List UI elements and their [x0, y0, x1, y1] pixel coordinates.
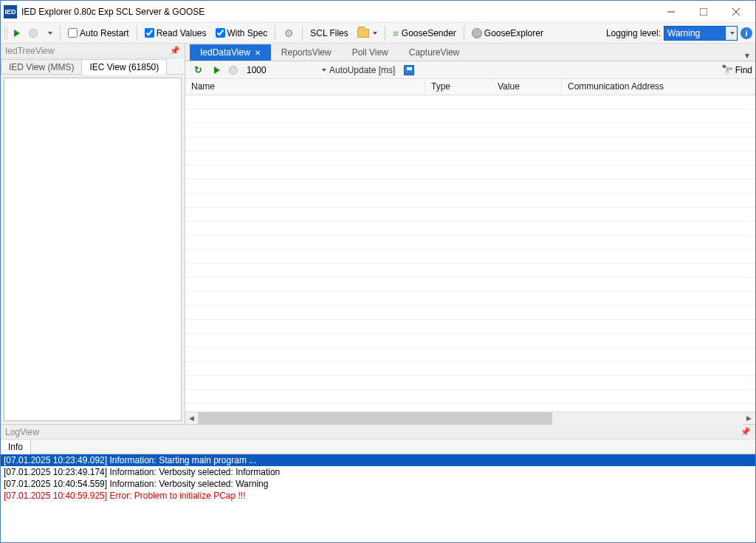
- document-tabs: IedDataView ✕ ReportsView Poll View Capt…: [185, 44, 755, 61]
- svg-rect-1: [700, 8, 707, 16]
- tree-pane: IedTreeView 📌 IED View (MMS) IEC View (6…: [1, 44, 185, 424]
- tab-capture-view[interactable]: CaptureView: [399, 44, 470, 61]
- chevron-down-icon[interactable]: [322, 69, 326, 72]
- tab-reports-view[interactable]: ReportsView: [271, 44, 342, 61]
- scroll-track[interactable]: [198, 412, 743, 425]
- read-values-checkbox[interactable]: Read Values: [142, 27, 210, 40]
- wifi-icon: ⟡: [389, 26, 402, 39]
- grid-row: [185, 362, 755, 376]
- tab-ied-view-mms[interactable]: IED View (MMS): [1, 59, 82, 75]
- grid-row: [185, 109, 755, 123]
- goose-sender-button[interactable]: ⟡ GooseSender: [390, 25, 459, 41]
- tab-ied-data-view[interactable]: IedDataView ✕: [190, 44, 271, 61]
- tab-poll-view[interactable]: Poll View: [342, 44, 399, 61]
- tab-info[interactable]: Info: [1, 440, 31, 454]
- scl-files-label: SCL Files: [307, 27, 351, 40]
- minimize-button[interactable]: [655, 1, 687, 22]
- scroll-right-button[interactable]: ▶: [743, 412, 755, 425]
- grid-row: [185, 137, 755, 151]
- window-title: IED Explorer 0.80c Exp SCL Server & GOOS…: [21, 7, 655, 17]
- grid-row: [185, 151, 755, 165]
- refresh-button[interactable]: ↻: [191, 63, 205, 77]
- run-dropdown[interactable]: [44, 30, 55, 36]
- folder-icon: [357, 29, 369, 38]
- logging-level-combo[interactable]: Warning: [664, 26, 738, 41]
- upper-area: IedTreeView 📌 IED View (MMS) IEC View (6…: [1, 44, 755, 424]
- chevron-down-icon: [48, 32, 52, 35]
- grid-body[interactable]: [185, 95, 755, 411]
- col-type[interactable]: Type: [425, 79, 492, 95]
- toolbar-grip[interactable]: [4, 27, 8, 40]
- grid-row: [185, 306, 755, 320]
- separator: [137, 26, 137, 41]
- grid-header: Name Type Value Communication Address: [185, 79, 755, 95]
- client-area: IedTreeView 📌 IED View (MMS) IEC View (6…: [1, 44, 755, 542]
- scroll-thumb[interactable]: [198, 412, 552, 425]
- minimize-icon: [667, 8, 675, 16]
- log-line[interactable]: [07.01.2025 10:40:59.925] Error: Problem…: [1, 490, 755, 502]
- log-line[interactable]: [07.01.2025 10:23:49.092] Information: S…: [1, 454, 755, 466]
- grid-row: [185, 123, 755, 137]
- with-spec-input[interactable]: [216, 28, 225, 38]
- tab-iec-view-61850[interactable]: IEC View (61850): [81, 59, 167, 75]
- tabs-overflow-button[interactable]: ▾: [739, 50, 755, 61]
- col-name[interactable]: Name: [185, 79, 425, 95]
- main-toolbar: Auto Restart Read Values With Spec ⚙ SCL…: [1, 23, 755, 44]
- gear-icon: ⚙: [283, 27, 295, 39]
- find-button[interactable]: 🔭 Find: [721, 64, 752, 75]
- log-list[interactable]: [07.01.2025 10:23:49.092] Information: S…: [1, 454, 755, 542]
- read-values-label: Read Values: [157, 28, 207, 38]
- horizontal-scrollbar[interactable]: ◀ ▶: [185, 411, 755, 424]
- auto-restart-label: Auto Restart: [80, 28, 129, 38]
- app-icon: IED: [4, 5, 17, 18]
- record-button[interactable]: [226, 64, 241, 76]
- grid-row: [185, 376, 755, 390]
- info-button[interactable]: i: [740, 27, 752, 39]
- save-icon: [404, 65, 414, 75]
- close-icon[interactable]: ✕: [255, 49, 261, 57]
- maximize-button[interactable]: [687, 1, 720, 22]
- grid-row: [185, 194, 755, 208]
- separator: [60, 26, 61, 41]
- circle-icon: [229, 66, 238, 75]
- circle-icon: [29, 29, 38, 38]
- col-value[interactable]: Value: [492, 79, 562, 95]
- play-icon: [14, 30, 20, 37]
- col-comm-address[interactable]: Communication Address: [562, 79, 755, 95]
- grid-row: [185, 165, 755, 180]
- read-values-input[interactable]: [145, 28, 154, 38]
- scroll-left-button[interactable]: ◀: [185, 412, 198, 425]
- grid-row: [185, 390, 755, 404]
- run-button[interactable]: [11, 28, 23, 38]
- with-spec-checkbox[interactable]: With Spec: [213, 27, 271, 40]
- interval-input[interactable]: [244, 64, 317, 77]
- auto-restart-checkbox[interactable]: Auto Restart: [65, 27, 132, 40]
- grid-row: [185, 348, 755, 362]
- auto-restart-input[interactable]: [68, 28, 78, 38]
- logging-level-value: Warning: [664, 27, 725, 40]
- with-spec-label: With Spec: [227, 28, 268, 38]
- titlebar: IED IED Explorer 0.80c Exp SCL Server & …: [1, 1, 755, 23]
- pin-button[interactable]: 📌: [740, 427, 751, 437]
- log-pane: LogView 📌 Info [07.01.2025 10:23:49.092]…: [1, 424, 755, 542]
- pin-button[interactable]: 📌: [170, 46, 180, 55]
- play-button[interactable]: [211, 65, 223, 75]
- tree-view[interactable]: [4, 78, 182, 421]
- play-icon: [214, 66, 220, 74]
- log-line[interactable]: [07.01.2025 10:40:54.559] Information: V…: [1, 478, 755, 490]
- scl-open-button[interactable]: [354, 27, 380, 39]
- grid-row: [185, 278, 755, 292]
- logging-level-label: Logging level:: [606, 28, 661, 38]
- binoculars-icon: 🔭: [721, 64, 733, 75]
- stop-button[interactable]: [26, 27, 41, 39]
- goose-explorer-button[interactable]: GooseExplorer: [469, 27, 546, 40]
- separator: [464, 26, 464, 41]
- log-line[interactable]: [07.01.2025 10:23:49.174] Information: V…: [1, 466, 755, 478]
- log-pane-header: LogView 📌: [1, 425, 755, 440]
- combo-arrow[interactable]: [725, 27, 737, 40]
- separator: [302, 26, 303, 41]
- tree-tabs: IED View (MMS) IEC View (61850): [1, 58, 185, 75]
- close-button[interactable]: [720, 1, 752, 22]
- settings-button[interactable]: ⚙: [280, 26, 298, 41]
- save-button[interactable]: [401, 64, 417, 77]
